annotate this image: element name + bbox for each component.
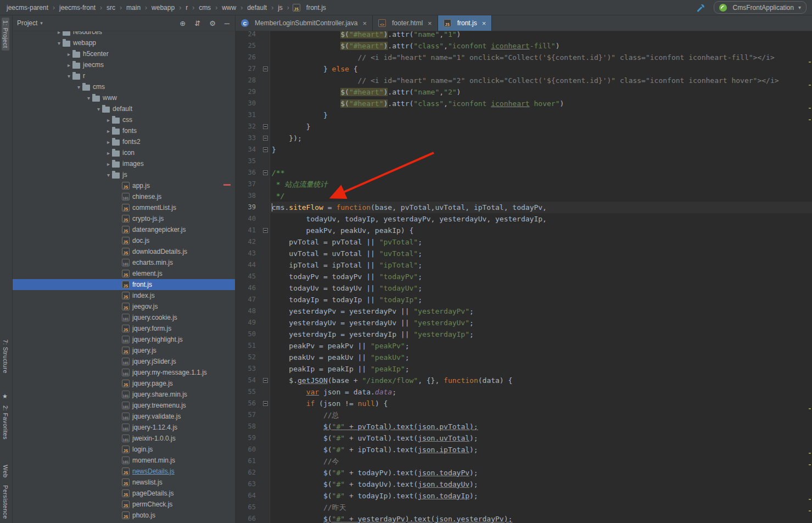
code-line-40[interactable]: 40 todayUv, todayIp, yesterdayPv, yester… [236, 213, 812, 225]
tree-item-www[interactable]: ▾www [13, 92, 235, 103]
breadcrumb-item-www[interactable]: www [221, 3, 237, 12]
chevron-right-icon[interactable]: ▸ [105, 117, 112, 123]
tree-item-jquery-page-js[interactable]: jquery.page.js [13, 378, 235, 389]
fold-marker-icon[interactable] [263, 124, 268, 129]
tree-item-newsdetails-js[interactable]: newsDetails.js [13, 466, 235, 477]
tree-item-downloaddetails-js[interactable]: downloadDetails.js [13, 246, 235, 257]
tree-item-photo-js[interactable]: photo.js [13, 510, 235, 521]
code-line-41[interactable]: 41 peakPv, peakUv, peakIp) { [236, 225, 812, 236]
tree-item-daterangepicker-js[interactable]: daterangepicker.js [13, 224, 235, 235]
locate-file-icon[interactable]: ⊕ [180, 20, 186, 27]
code-line-42[interactable]: 42 pvTotal = pvTotal || "pvTotal"; [236, 236, 812, 248]
code-line-43[interactable]: 43 uvTotal = uvTotal || "uvTotal"; [236, 248, 812, 259]
code-line-56[interactable]: 56 if (json != null) { [236, 398, 812, 409]
breadcrumb-item-src[interactable]: src [105, 3, 116, 12]
tree-item-jeecms[interactable]: ▸jeecms [13, 59, 235, 70]
tree-item-cms[interactable]: ▾cms [13, 81, 235, 92]
breadcrumb-item-default[interactable]: default [246, 3, 268, 12]
tree-item-newslist-js[interactable]: newslist.js [13, 477, 235, 488]
tree-item-jquery-js[interactable]: jquery.js [13, 345, 235, 356]
fold-marker-icon[interactable] [263, 147, 268, 152]
tab-memberloginsubmitcontroller-java[interactable]: MemberLoginSubmitController.java× [236, 15, 373, 31]
breadcrumb-item-js[interactable]: js [277, 3, 284, 12]
editor-scroll-marks[interactable] [808, 31, 811, 523]
tree-item-webapp[interactable]: ▾webapp [13, 37, 235, 48]
code-line-26[interactable]: 26 // <i id="heart" name="1" onclick="Co… [236, 52, 812, 63]
tree-item-js[interactable]: ▾js [13, 169, 235, 180]
tree-item-images[interactable]: ▸images [13, 158, 235, 169]
tree-item-echarts-min-js[interactable]: echarts.min.js [13, 257, 235, 268]
chevron-down-icon[interactable]: ▾ [55, 40, 63, 46]
code-line-27[interactable]: 27 } else { [236, 63, 812, 75]
code-line-39[interactable]: 39cms.siteFlow = function(base, pvTotal,… [236, 202, 812, 213]
tab-front-js[interactable]: front.js× [438, 15, 492, 31]
tree-item-login-js[interactable]: login.js [13, 444, 235, 455]
fold-marker-icon[interactable] [263, 228, 268, 233]
fold-marker-icon[interactable] [263, 66, 268, 71]
code-line-47[interactable]: 47 todayIp = todayIp || "todayIp"; [236, 294, 812, 305]
code-line-62[interactable]: 62 $("#" + todayPv).text(json.todayPv); [236, 467, 812, 479]
chevron-down-icon[interactable]: ▾ [105, 172, 112, 178]
code-line-34[interactable]: 34} [236, 144, 812, 155]
code-line-63[interactable]: 63 $("#" + todayUv).text(json.todayUv); [236, 479, 812, 490]
breadcrumb-item-jeecms-front[interactable]: jeecms-front [58, 3, 97, 12]
chevron-right-icon[interactable]: ▸ [105, 150, 112, 156]
close-icon[interactable]: × [482, 19, 486, 27]
tree-item-commentlist-js[interactable]: commentList.js [13, 202, 235, 213]
tree-item-fonts2[interactable]: ▸fonts2 [13, 136, 235, 147]
chevron-right-icon[interactable]: ▸ [65, 62, 72, 68]
code-line-58[interactable]: 58 $("#" + pvTotal).text(json.pvTotal); [236, 421, 812, 432]
tree-item-h5center[interactable]: ▸h5center [13, 48, 235, 59]
tree-item-jquery-validate-js[interactable]: jquery.validate.js [13, 411, 235, 422]
project-panel-title[interactable]: Project [17, 19, 37, 27]
tool-stripe-persistence[interactable]: Persistence [2, 482, 9, 522]
chevron-down-icon[interactable]: ▾ [65, 73, 72, 79]
tree-item-jquery-highlight-js[interactable]: jquery.highlight.js [13, 334, 235, 345]
tree-item-app-js[interactable]: app.js [13, 180, 235, 191]
breadcrumb-item-front-js[interactable]: front.js [305, 3, 327, 12]
tool-stripe-web[interactable]: Web [2, 462, 9, 481]
tool-stripe-7-structure[interactable]: 7: Structure [2, 337, 9, 376]
code-line-65[interactable]: 65 //昨天 [236, 502, 812, 513]
breadcrumb-item-r[interactable]: r [184, 3, 189, 12]
fold-marker-icon[interactable] [263, 136, 268, 141]
tree-item-jquery-share-min-js[interactable]: jquery.share.min.js [13, 389, 235, 400]
wrench-icon[interactable] [696, 3, 706, 13]
chevron-down-icon[interactable]: ▾ [95, 106, 102, 112]
breadcrumb-item-main[interactable]: main [125, 3, 142, 12]
star-icon[interactable]: ★ [2, 393, 8, 400]
tree-item-icon[interactable]: ▸icon [13, 147, 235, 158]
fold-marker-icon[interactable] [263, 378, 268, 383]
tab-footer-html[interactable]: footer.html× [373, 15, 438, 31]
tree-item-crypto-js-js[interactable]: crypto-js.js [13, 213, 235, 224]
tree-item-front-js[interactable]: front.js [13, 279, 235, 290]
tree-item-jeegov-js[interactable]: jeegov.js [13, 301, 235, 312]
fold-marker-icon[interactable] [263, 401, 268, 406]
code-line-57[interactable]: 57 //总 [236, 409, 812, 421]
code-line-45[interactable]: 45 todayPv = todayPv || "todayPv"; [236, 271, 812, 282]
code-line-30[interactable]: 30 $("#heart").attr("class","iconfont ic… [236, 98, 812, 109]
code-line-38[interactable]: 38 */ [236, 190, 812, 202]
chevron-right-icon[interactable]: ▸ [105, 139, 112, 145]
code-line-66[interactable]: 66 $("#" + yesterdayPv).text(json.yester… [236, 513, 812, 523]
tree-item-jquery-treemenu-js[interactable]: jquery.treemenu.js [13, 400, 235, 411]
code-line-37[interactable]: 37 * 站点流量统计 [236, 179, 812, 190]
tree-item-jquery-1-12-4-js[interactable]: jquery-1.12.4.js [13, 422, 235, 433]
chevron-right-icon[interactable]: ▸ [105, 161, 112, 167]
code-line-28[interactable]: 28 // <i id="heart" name="2" onclick="Co… [236, 75, 812, 86]
code-line-33[interactable]: 33 }); [236, 132, 812, 144]
chevron-right-icon[interactable]: ▸ [105, 128, 112, 134]
tree-item-chinese-js[interactable]: chinese.js [13, 191, 235, 202]
tree-item-jquery-form-js[interactable]: jquery.form.js [13, 323, 235, 334]
code-line-35[interactable]: 35 [236, 155, 812, 167]
code-line-61[interactable]: 61 //今 [236, 455, 812, 467]
breadcrumb-item-cms[interactable]: cms [198, 3, 212, 12]
tree-item-pagedetails-js[interactable]: pageDetails.js [13, 488, 235, 499]
code-line-46[interactable]: 46 todayUv = todayUv || "todayUv"; [236, 282, 812, 294]
code-line-24[interactable]: 24 $("#heart").attr("name","1") [236, 31, 812, 40]
chevron-down-icon[interactable]: ▾ [40, 20, 43, 26]
code-line-50[interactable]: 50 yesterdayIp = yesterdayIp || "yesterd… [236, 329, 812, 340]
code-line-60[interactable]: 60 $("#" + ipTotal).text(json.ipTotal); [236, 444, 812, 455]
code-line-64[interactable]: 64 $("#" + todayIp).text(json.todayIp); [236, 490, 812, 502]
editor[interactable]: 24 $("#heart").attr("name","1")25 $("#he… [236, 31, 812, 523]
